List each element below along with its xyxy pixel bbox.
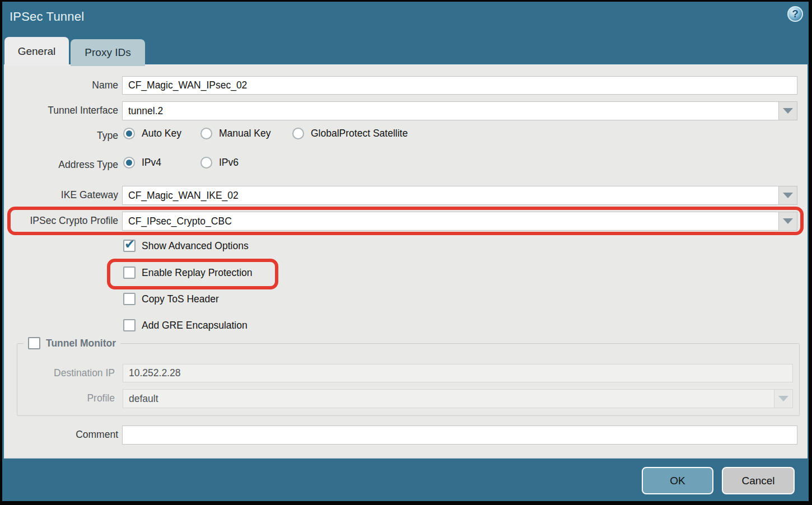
radio-ipv4-circle <box>123 157 135 169</box>
checkbox-enable-replay-protection-label: Enable Replay Protection <box>142 267 252 279</box>
address-type-radio-group: IPv4 IPv6 <box>4 157 808 172</box>
radio-auto-key-circle <box>123 128 135 139</box>
tab-proxy-ids[interactable]: Proxy IDs <box>71 39 145 66</box>
chevron-down-icon <box>783 218 793 224</box>
radio-ipv4[interactable]: IPv4 <box>123 157 161 169</box>
cancel-button[interactable]: Cancel <box>722 467 795 494</box>
chevron-down-icon <box>783 193 793 198</box>
chevron-down-icon <box>778 396 788 401</box>
ipsec-crypto-profile-dropdown-button[interactable] <box>778 212 797 230</box>
radio-globalprotect-satellite-label: GlobalProtect Satellite <box>311 128 408 139</box>
radio-globalprotect-satellite[interactable]: GlobalProtect Satellite <box>292 128 408 139</box>
comment-field-wrap <box>122 425 797 445</box>
profile-label: Profile <box>17 389 115 408</box>
tunnel-interface-input[interactable] <box>123 102 778 120</box>
tab-general[interactable]: General <box>4 37 69 66</box>
radio-ipv6-circle <box>200 157 212 169</box>
checkbox-enable-replay-protection[interactable]: Enable Replay Protection <box>123 266 252 279</box>
dialog-title: IPSec Tunnel <box>10 10 84 24</box>
name-label: Name <box>4 76 118 95</box>
radio-manual-key-circle <box>200 128 212 139</box>
tunnel-monitor-section: Tunnel Monitor Destination IP Profile <box>17 343 800 416</box>
tunnel-monitor-legend[interactable]: Tunnel Monitor <box>24 337 120 349</box>
tunnel-monitor-label: Tunnel Monitor <box>46 338 116 349</box>
ipsec-crypto-profile-field-wrap <box>122 212 797 231</box>
ike-gateway-dropdown-button[interactable] <box>778 186 797 204</box>
tunnel-interface-label: Tunnel Interface <box>4 101 118 120</box>
name-field-wrap <box>122 76 797 95</box>
destination-ip-label: Destination IP <box>17 364 115 382</box>
type-radio-group: Auto Key Manual Key GlobalProtect Satell… <box>4 128 808 143</box>
name-input[interactable] <box>123 77 797 94</box>
ok-button-label: OK <box>670 475 685 487</box>
ok-button[interactable]: OK <box>642 467 713 494</box>
tunnel-interface-field-wrap <box>122 101 797 120</box>
comment-input[interactable] <box>123 426 797 444</box>
destination-ip-field-wrap <box>123 364 793 382</box>
destination-ip-input <box>123 364 792 382</box>
checkbox-add-gre-encapsulation-box <box>123 319 136 331</box>
checkbox-show-advanced-options-box <box>123 240 136 252</box>
checkbox-enable-replay-protection-box <box>123 266 136 279</box>
checkbox-copy-tos-header-box <box>123 293 136 305</box>
tab-proxy-ids-label: Proxy IDs <box>85 46 130 59</box>
ipsec-tunnel-dialog: IPSec Tunnel ? General Proxy IDs Name Tu… <box>0 0 812 505</box>
profile-dropdown-button <box>774 390 792 408</box>
ike-gateway-input[interactable] <box>123 186 778 204</box>
tab-general-label: General <box>18 45 56 58</box>
radio-auto-key[interactable]: Auto Key <box>123 128 181 139</box>
radio-ipv4-label: IPv4 <box>142 157 161 169</box>
general-tab-panel: Name Tunnel Interface Type Auto Key Manu… <box>4 64 808 459</box>
radio-auto-key-label: Auto Key <box>142 128 181 139</box>
checkbox-add-gre-encapsulation-label: Add GRE Encapsulation <box>142 320 248 331</box>
ipsec-crypto-profile-label: IPSec Crypto Profile <box>4 212 118 230</box>
radio-ipv6-label: IPv6 <box>219 157 239 169</box>
checkbox-show-advanced-options-label: Show Advanced Options <box>142 240 249 252</box>
ipsec-crypto-profile-input[interactable] <box>123 212 778 230</box>
cancel-button-label: Cancel <box>741 475 774 487</box>
checkbox-copy-tos-header-label: Copy ToS Header <box>142 293 219 305</box>
comment-label: Comment <box>4 425 118 444</box>
dialog-titlebar: IPSec Tunnel ? <box>2 2 809 36</box>
checkbox-copy-tos-header[interactable]: Copy ToS Header <box>123 293 219 305</box>
help-icon[interactable]: ? <box>787 6 803 22</box>
chevron-down-icon <box>783 108 793 114</box>
radio-globalprotect-satellite-circle <box>292 128 304 139</box>
tunnel-interface-dropdown-button[interactable] <box>778 102 797 120</box>
profile-input <box>123 390 774 408</box>
radio-ipv6[interactable]: IPv6 <box>200 157 239 169</box>
profile-field-wrap <box>123 389 793 408</box>
checkbox-tunnel-monitor-box[interactable] <box>28 337 40 349</box>
ike-gateway-field-wrap <box>122 186 797 205</box>
checkbox-add-gre-encapsulation[interactable]: Add GRE Encapsulation <box>123 319 248 331</box>
radio-manual-key-label: Manual Key <box>219 128 270 139</box>
ike-gateway-label: IKE Gateway <box>4 186 118 204</box>
radio-manual-key[interactable]: Manual Key <box>200 128 270 139</box>
checkbox-show-advanced-options[interactable]: Show Advanced Options <box>123 240 249 252</box>
